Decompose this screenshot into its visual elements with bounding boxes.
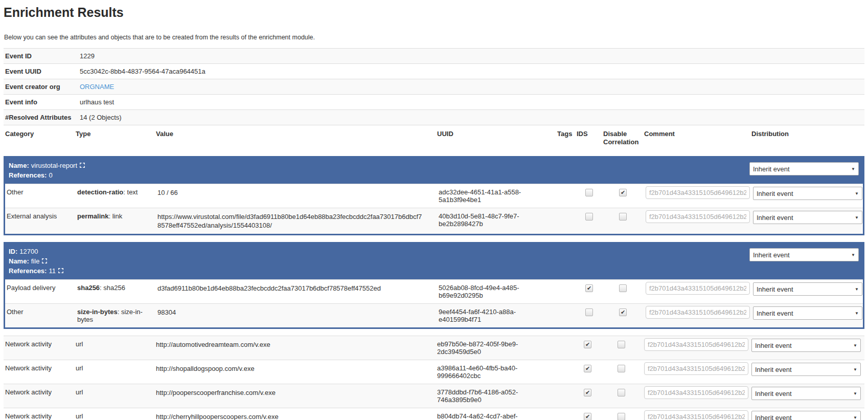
page-title: Enrichment Results	[4, 5, 864, 20]
comment-input[interactable]	[646, 186, 750, 199]
expand-icon[interactable]	[42, 256, 47, 266]
ids-checkbox[interactable]: ✔	[584, 389, 591, 396]
disable-correlation-checkbox[interactable]: ✔	[619, 284, 627, 292]
ids-checkbox[interactable]: ✔	[584, 413, 591, 420]
disable-correlation-checkbox[interactable]: ✔	[619, 213, 627, 220]
comment-input[interactable]	[644, 362, 748, 375]
object-header-line: Name:virustotal-report	[9, 161, 745, 170]
ids-checkbox[interactable]: ✔	[585, 189, 593, 196]
distribution-select[interactable]: Inherit event	[751, 411, 861, 420]
distribution-select[interactable]: Inherit event	[753, 187, 862, 200]
comment-cell	[644, 208, 751, 227]
attribute-tags	[557, 280, 577, 288]
distribution-select-wrap: Inherit event▼	[753, 282, 862, 296]
checkmark-icon: ✔	[587, 285, 591, 291]
distribution-select[interactable]: Inherit event	[749, 162, 859, 175]
attribute-value: https://www.virustotal.com/file/d3fad691…	[156, 208, 437, 234]
distribution-select[interactable]: Inherit event	[753, 211, 862, 224]
attribute-table-header: Category Type Value UUID Tags IDS Disabl…	[4, 125, 864, 149]
comment-input[interactable]	[646, 282, 750, 295]
distribution-select[interactable]: Inherit event	[751, 387, 861, 400]
attribute-value: 10 / 66	[156, 184, 437, 201]
checkmark-icon: ✔	[621, 189, 625, 195]
disable-correlation-checkbox[interactable]: ✔	[618, 413, 625, 420]
attribute-category: Other	[5, 304, 76, 320]
disable-correlation-checkbox[interactable]: ✔	[619, 189, 627, 196]
distribution-select[interactable]: Inherit event	[749, 248, 859, 261]
distribution-select[interactable]: Inherit event	[751, 339, 861, 352]
checkmark-icon: ✔	[585, 365, 590, 371]
attribute-tags	[556, 336, 575, 344]
attribute-uuid: 3778ddbd-f7b6-4186-a052-746a3895b9e0	[436, 384, 556, 408]
disable-correlation-checkbox[interactable]: ✔	[618, 341, 625, 348]
object-header-line: References:11	[9, 266, 745, 276]
attribute-tags	[556, 408, 575, 416]
event-creator-org-link[interactable]: ORGNAME	[80, 83, 864, 91]
expand-icon[interactable]	[80, 161, 85, 170]
event-meta-label: Event UUID	[5, 68, 80, 75]
object-header-line: References:0	[9, 170, 745, 180]
attribute-type: url	[74, 336, 154, 352]
attribute-tags	[557, 304, 577, 312]
attribute-value: d3fad6911b80be1d64eb88ba23fecbcddc2faa73…	[156, 280, 437, 297]
object-header: ID:12700Name:fileReferences:11Inherit ev…	[5, 244, 863, 279]
comment-input[interactable]	[646, 306, 750, 319]
attribute-category: Other	[5, 184, 76, 200]
comment-input[interactable]	[644, 410, 748, 420]
checkbox-cell: ✔	[577, 304, 603, 320]
distribution-select[interactable]: Inherit event	[753, 282, 862, 296]
attribute-type: url	[74, 360, 154, 376]
event-meta-row: #Resolved Attributes14 (2 Objects)	[4, 109, 864, 125]
distribution-select[interactable]: Inherit event	[751, 363, 861, 376]
checkmark-icon: ✔	[585, 389, 590, 395]
distribution-select-wrap: Inherit event▼	[749, 248, 859, 261]
disable-correlation-checkbox[interactable]: ✔	[619, 308, 627, 316]
checkbox-cell: ✔	[603, 280, 644, 296]
comment-cell	[644, 184, 751, 203]
distribution-select[interactable]: Inherit event	[753, 306, 862, 320]
comment-cell	[643, 360, 750, 379]
attribute-row: Network activityurlhttp://pooperscooperf…	[4, 384, 864, 408]
checkbox-cell: ✔	[603, 208, 644, 225]
ids-checkbox[interactable]: ✔	[585, 213, 593, 220]
comment-input[interactable]	[644, 386, 748, 399]
attribute-type-name: url	[76, 388, 83, 396]
attribute-category: External analysis	[5, 208, 76, 224]
attribute-type-name: url	[76, 364, 83, 372]
object-header-lines: Name:virustotal-reportReferences:0	[9, 161, 745, 180]
attribute-category: Network activity	[4, 408, 74, 420]
attribute-row: Network activityurlhttp://shopalldogspoo…	[4, 360, 864, 384]
ids-checkbox[interactable]: ✔	[584, 365, 591, 372]
disable-correlation-checkbox[interactable]: ✔	[618, 365, 625, 372]
ids-checkbox[interactable]: ✔	[584, 341, 591, 348]
comment-cell	[644, 304, 751, 323]
expand-icon[interactable]	[58, 266, 63, 276]
ids-checkbox[interactable]: ✔	[585, 308, 593, 316]
ids-checkbox[interactable]: ✔	[585, 284, 593, 292]
object-header-lines: ID:12700Name:fileReferences:11	[9, 247, 745, 276]
attribute-value: 98304	[156, 304, 437, 321]
checkbox-cell: ✔	[603, 304, 644, 320]
distribution-cell: Inherit event▼	[750, 336, 865, 356]
comment-input[interactable]	[644, 338, 748, 351]
distribution-cell: Inherit event▼	[750, 384, 865, 404]
column-header-disable-correlation: Disable Correlation	[602, 125, 643, 149]
event-meta-value: 14 (2 Objects)	[80, 114, 864, 121]
object-header-label: References:	[9, 267, 47, 275]
attribute-type: sha256: sha256	[76, 280, 156, 296]
checkmark-icon: ✔	[585, 341, 590, 347]
attribute-row: Otherdetection-ratio: text10 / 66adc32de…	[5, 184, 863, 208]
checkbox-cell: ✔	[603, 184, 644, 201]
event-meta-table: Event ID1229Event UUID5cc3042c-8bb4-4837…	[4, 48, 864, 125]
object-header-label: References:	[9, 171, 47, 179]
object-header-label: Name:	[9, 162, 29, 169]
object-header-label: Name:	[9, 257, 29, 265]
distribution-select-wrap: Inherit event▼	[751, 363, 861, 376]
distribution-select-wrap: Inherit event▼	[753, 187, 862, 200]
disable-correlation-checkbox[interactable]: ✔	[618, 389, 625, 396]
comment-input[interactable]	[646, 210, 750, 223]
attribute-uuid: 5026ab08-8fcd-49e4-a485-b69e92d0295b	[437, 280, 557, 303]
attribute-type-name: sha256	[103, 284, 125, 292]
distribution-cell: Inherit event▼	[750, 360, 865, 380]
attribute-value: http://pooperscooperfranchise.com/v.exe	[154, 384, 436, 401]
